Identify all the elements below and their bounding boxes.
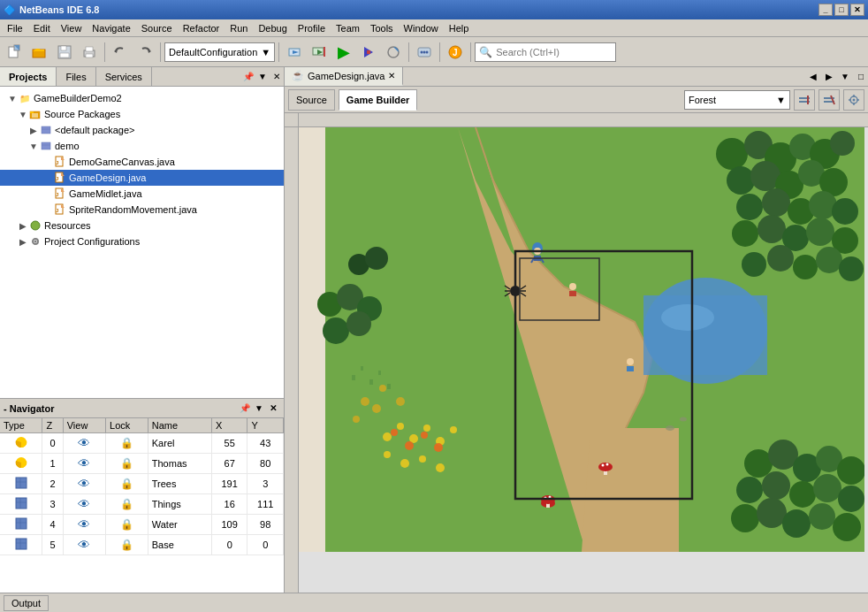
- menu-source[interactable]: Source: [136, 21, 178, 35]
- menu-debug[interactable]: Debug: [253, 21, 292, 35]
- svg-point-109: [837, 456, 864, 485]
- menu-navigate[interactable]: Navigate: [87, 21, 135, 35]
- menu-profile[interactable]: Profile: [293, 21, 331, 35]
- tree-item-root[interactable]: ▼ 📁 GameBuilderDemo2: [0, 90, 284, 106]
- add-layer-button[interactable]: [794, 89, 815, 111]
- nav-x: 67: [211, 454, 247, 474]
- tab-projects[interactable]: Projects: [0, 67, 57, 86]
- nav-view[interactable]: 👁: [63, 494, 105, 515]
- menu-file[interactable]: File: [2, 21, 28, 35]
- nav-lock[interactable]: 🔒: [106, 454, 148, 474]
- nav-view[interactable]: 👁: [63, 454, 105, 474]
- nav-view[interactable]: 👁: [63, 535, 105, 555]
- expand-src[interactable]: ▼: [18, 109, 28, 119]
- nav-view[interactable]: 👁: [63, 433, 105, 454]
- editor-tab-close[interactable]: ✕: [388, 71, 395, 80]
- editor-maximize[interactable]: □: [854, 70, 868, 84]
- editor-scroll-left[interactable]: ◀: [806, 70, 820, 84]
- app-title: NetBeans IDE 6.8: [19, 4, 99, 15]
- tab-services[interactable]: Services: [96, 67, 152, 86]
- search-input[interactable]: [496, 47, 612, 57]
- toolbar-sep-3: [278, 42, 279, 62]
- tree-item-demogamecanvas[interactable]: J DemoGameCanvas.java: [0, 154, 284, 170]
- open-project-button[interactable]: [28, 41, 51, 64]
- menu-view[interactable]: View: [56, 21, 88, 35]
- nav-lock[interactable]: 🔒: [106, 515, 148, 535]
- game-canvas-area[interactable]: 050100150200250300350400450500550600 501…: [285, 113, 868, 593]
- java-file-icon-2: J: [53, 171, 67, 185]
- tab-files[interactable]: Files: [57, 67, 95, 86]
- run-button[interactable]: ▶: [332, 41, 355, 64]
- menu-edit[interactable]: Edit: [28, 21, 56, 35]
- panel-close-button[interactable]: ✕: [270, 70, 284, 84]
- layer-dropdown[interactable]: Forest ▼: [684, 90, 790, 110]
- tree-item-src[interactable]: ▼ Source Packages: [0, 106, 284, 122]
- editor-tab-gamedesign[interactable]: ☕ GameDesign.java ✕: [285, 67, 403, 86]
- comment-button[interactable]: [413, 41, 436, 64]
- menu-team[interactable]: Team: [331, 21, 365, 35]
- remove-layer-button[interactable]: [819, 89, 840, 111]
- table-row[interactable]: 5👁🔒Base00: [0, 535, 284, 555]
- nav-lock[interactable]: 🔒: [106, 474, 148, 494]
- editor-scroll-right[interactable]: ▶: [822, 70, 836, 84]
- profile-button[interactable]: [382, 41, 405, 64]
- close-button[interactable]: ✕: [850, 4, 864, 16]
- navigator-pin-button[interactable]: 📌: [238, 402, 252, 416]
- svg-point-152: [606, 463, 609, 466]
- panel-minimize-button[interactable]: ▼: [255, 70, 270, 84]
- expand-default-pkg[interactable]: ▶: [28, 125, 39, 135]
- new-project-button[interactable]: [4, 41, 27, 64]
- tree-item-gamemidlet[interactable]: J GameMidlet.java: [0, 186, 284, 202]
- menu-tools[interactable]: Tools: [365, 21, 399, 35]
- source-button[interactable]: Source: [288, 89, 335, 111]
- expand-root[interactable]: ▼: [7, 93, 18, 103]
- menu-refactor[interactable]: Refactor: [178, 21, 225, 35]
- table-row[interactable]: 0👁🔒Karel5543: [0, 433, 284, 454]
- table-row[interactable]: 4👁🔒Water10998: [0, 515, 284, 535]
- nav-view[interactable]: 👁: [63, 474, 105, 494]
- svg-point-150: [598, 463, 613, 471]
- menu-run[interactable]: Run: [225, 21, 253, 35]
- save-button[interactable]: [53, 41, 76, 64]
- tree-item-default-pkg[interactable]: ▶ <default package>: [0, 122, 284, 138]
- redo-button[interactable]: [133, 41, 156, 64]
- debug-button[interactable]: [357, 41, 380, 64]
- project-icon: 📁: [18, 91, 32, 105]
- config-dropdown[interactable]: DefaultConfiguration ▼: [164, 42, 275, 62]
- table-row[interactable]: 1👁🔒Thomas6780: [0, 454, 284, 474]
- build-button[interactable]: [283, 41, 306, 64]
- expand-resources[interactable]: ▶: [18, 220, 28, 231]
- expand-proj-config[interactable]: ▶: [18, 236, 28, 247]
- javahelp-button[interactable]: J: [444, 41, 467, 64]
- output-button[interactable]: Output: [4, 595, 49, 611]
- menu-help[interactable]: Help: [444, 21, 475, 35]
- navigator-minimize-button[interactable]: ▼: [252, 402, 266, 416]
- tree-item-gamedesign[interactable]: J GameDesign.java: [0, 170, 284, 186]
- nav-lock[interactable]: 🔒: [106, 535, 148, 555]
- layer-properties-button[interactable]: [843, 89, 864, 111]
- clean-build-button[interactable]: [308, 41, 331, 64]
- table-row[interactable]: 3👁🔒Things16111: [0, 494, 284, 515]
- print-button[interactable]: [78, 41, 101, 64]
- panel-pin-button[interactable]: 📌: [241, 70, 255, 84]
- game-builder-button[interactable]: Game Builder: [339, 89, 418, 111]
- undo-button[interactable]: [109, 41, 132, 64]
- nav-view[interactable]: 👁: [63, 515, 105, 535]
- menu-window[interactable]: Window: [399, 21, 444, 35]
- minimize-button[interactable]: _: [819, 4, 833, 16]
- nav-lock[interactable]: 🔒: [106, 494, 148, 515]
- tree-item-spriterandom[interactable]: J SpriteRandomMovement.java: [0, 202, 284, 218]
- java-file-icon-3: J: [53, 187, 67, 201]
- tree-item-proj-config[interactable]: ▶ Project Configurations: [0, 233, 284, 249]
- editor-tab-menu[interactable]: ▼: [838, 70, 852, 84]
- tree-item-demo[interactable]: ▼ demo: [0, 138, 284, 154]
- nav-lock[interactable]: 🔒: [106, 433, 148, 454]
- restore-button[interactable]: □: [834, 4, 849, 16]
- tree-item-resources[interactable]: ▶ Resources: [0, 218, 284, 233]
- tree-label-root: GameBuilderDemo2: [34, 93, 122, 103]
- tree-label-spriterandom: SpriteRandomMovement.java: [69, 204, 197, 215]
- navigator-close-button[interactable]: ✕: [266, 402, 280, 416]
- expand-demo[interactable]: ▼: [28, 141, 39, 151]
- search-box[interactable]: 🔍: [475, 42, 616, 62]
- table-row[interactable]: 2👁🔒Trees1913: [0, 474, 284, 494]
